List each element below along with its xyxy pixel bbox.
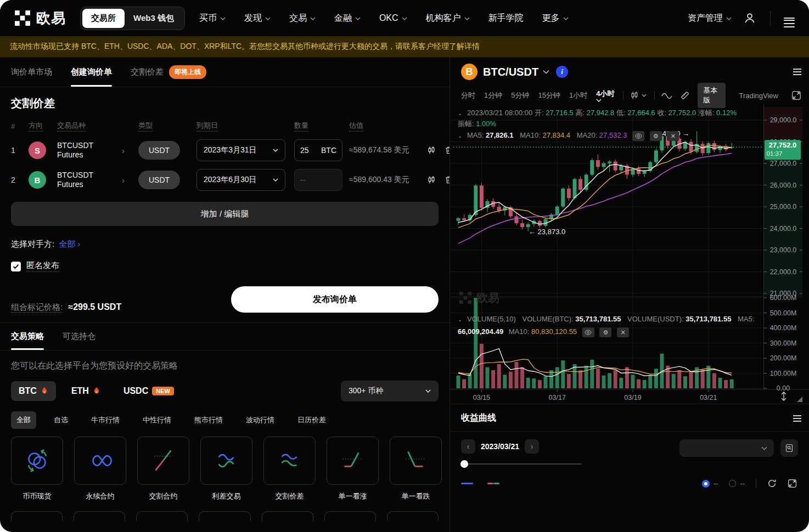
candle-chart-icon[interactable] bbox=[427, 146, 436, 155]
candle-style-icon[interactable] bbox=[630, 91, 647, 100]
line-overlay-icon[interactable] bbox=[661, 92, 672, 99]
column-header-#: # bbox=[11, 122, 15, 131]
view-tab-TradingView[interactable]: TradingView bbox=[733, 89, 784, 103]
strategy-card-单一看涨[interactable]: 单一看涨 bbox=[327, 437, 379, 501]
close-icon[interactable]: ✕ bbox=[617, 327, 629, 337]
candlestick-chart[interactable]: 29,000.028,000.027,000.026,000.025,000.0… bbox=[450, 105, 809, 404]
counterparty-all-link[interactable]: 全部 › bbox=[59, 239, 80, 250]
strategy-card-交割合约[interactable]: 交割合约 bbox=[137, 437, 189, 501]
refresh-icon[interactable] bbox=[767, 479, 777, 488]
strategies-panel: 交易策略可选持仓 您可以在此选择平台为您预设好的交易策略 BTCETHUSDCN… bbox=[0, 322, 450, 521]
publish-rfq-button[interactable]: 发布询价单 bbox=[231, 286, 439, 313]
strategy-card-partial[interactable] bbox=[387, 511, 439, 521]
margin-type-select[interactable]: USDT bbox=[138, 171, 180, 189]
expiry-select[interactable]: 2023年3月31日 bbox=[196, 139, 285, 161]
timeframe-分时[interactable]: 分时 bbox=[461, 90, 475, 100]
quantity-input[interactable]: -- bbox=[294, 169, 342, 191]
strategy-tab-可选持仓[interactable]: 可选持仓 bbox=[63, 323, 95, 350]
gear-icon[interactable]: ⚙ bbox=[599, 327, 611, 337]
filter-全部[interactable]: 全部 bbox=[11, 411, 36, 429]
filter-熊市行情[interactable]: 熊市行情 bbox=[189, 411, 228, 429]
filter-自选[interactable]: 自选 bbox=[48, 411, 74, 429]
filter-牛市行情[interactable]: 牛市行情 bbox=[86, 411, 125, 429]
strategy-card-partial[interactable] bbox=[11, 511, 63, 521]
nav-item-发现[interactable]: 发现 bbox=[244, 13, 271, 24]
coin-count-select[interactable]: 300+ 币种 bbox=[341, 381, 439, 401]
coin-tab-BTC[interactable]: BTC bbox=[11, 381, 56, 401]
add-edit-leg-button[interactable]: 增加 / 编辑腿 bbox=[11, 202, 439, 226]
nav-item-机构客户[interactable]: 机构客户 bbox=[426, 13, 470, 24]
slider-handle[interactable] bbox=[460, 460, 468, 468]
strategy-card-利差交易[interactable]: 利差交易 bbox=[200, 437, 252, 501]
next-date-button[interactable]: › bbox=[525, 439, 539, 454]
chevron-right-icon[interactable]: › bbox=[122, 146, 135, 155]
candle-chart-icon[interactable] bbox=[427, 176, 436, 184]
nav-item-金融[interactable]: 金融 bbox=[334, 13, 361, 24]
filter-中性行情[interactable]: 中性行情 bbox=[137, 411, 177, 429]
timeframe-1小时[interactable]: 1小时 bbox=[569, 90, 587, 100]
coin-tab-USDC[interactable]: USDCNEW bbox=[116, 381, 182, 401]
chevron-down-icon[interactable] bbox=[543, 70, 549, 74]
nav-item-更多[interactable]: 更多 bbox=[542, 13, 569, 24]
expiry-select[interactable]: 2023年6月30日 bbox=[196, 169, 285, 191]
anonymous-checkbox[interactable] bbox=[11, 262, 21, 271]
legend-line-blue bbox=[461, 483, 473, 484]
strategy-card-交割价差[interactable]: 交割价差 bbox=[263, 437, 316, 501]
nav-item-assets[interactable]: 资产管理 bbox=[688, 13, 732, 24]
gear-icon[interactable]: ⚙ bbox=[650, 131, 662, 141]
trash-icon[interactable] bbox=[445, 176, 450, 184]
eye-icon[interactable] bbox=[582, 327, 594, 337]
toggle-交易所[interactable]: 交易所 bbox=[82, 9, 125, 28]
futures-line-icon bbox=[148, 445, 179, 477]
eye-icon[interactable] bbox=[632, 131, 644, 141]
filter-日历价差[interactable]: 日历价差 bbox=[292, 411, 332, 429]
nav-menu: 买币发现交易金融OKC机构客户新手学院更多 bbox=[199, 13, 569, 24]
strategy-card-币币现货[interactable]: 币币现货 bbox=[11, 437, 63, 501]
fullscreen-icon[interactable] bbox=[791, 90, 801, 100]
menu-icon[interactable] bbox=[784, 15, 795, 21]
rfq-tab-交割价差[interactable]: 交割价差即将上线 bbox=[131, 58, 206, 87]
strategy-card-partial[interactable] bbox=[199, 511, 250, 521]
date-slider[interactable] bbox=[461, 460, 582, 468]
nav-item-买币[interactable]: 买币 bbox=[199, 13, 226, 24]
prev-date-button[interactable]: ‹ bbox=[461, 439, 475, 454]
info-icon[interactable]: i bbox=[556, 66, 568, 78]
okx-logo[interactable]: 欧易 bbox=[14, 9, 66, 28]
radio-option-1[interactable]: -- bbox=[702, 479, 718, 488]
chart-menu-icon[interactable] bbox=[793, 67, 801, 77]
svg-text:25,000.0: 25,000.0 bbox=[770, 203, 797, 211]
timeframe-1分钟[interactable]: 1分钟 bbox=[484, 90, 502, 100]
profile-icon[interactable] bbox=[743, 11, 757, 25]
pair-name[interactable]: BTC/USDT bbox=[483, 66, 538, 78]
strategy-card-partial[interactable] bbox=[262, 511, 313, 521]
earnings-select[interactable] bbox=[679, 439, 774, 457]
coin-tab-ETH[interactable]: ETH bbox=[64, 381, 108, 401]
nav-item-新手学院[interactable]: 新手学院 bbox=[488, 13, 524, 24]
quantity-input[interactable]: 25BTC bbox=[294, 139, 342, 161]
strategy-card-partial[interactable] bbox=[136, 511, 188, 521]
strategy-card-partial[interactable] bbox=[324, 511, 376, 521]
strategy-card-单一看跌[interactable]: 单一看跌 bbox=[390, 437, 442, 501]
timeframe-5分钟[interactable]: 5分钟 bbox=[511, 90, 529, 100]
timeframe-15分钟[interactable]: 15分钟 bbox=[538, 90, 560, 100]
earnings-menu-icon[interactable] bbox=[793, 414, 801, 423]
measure-ruler-icon[interactable] bbox=[680, 90, 690, 100]
timeframe-4小时[interactable]: 4小时 bbox=[596, 89, 614, 102]
margin-type-select[interactable]: USDT bbox=[138, 141, 180, 160]
nav-item-交易[interactable]: 交易 bbox=[289, 13, 316, 24]
filter-波动行情[interactable]: 波动行情 bbox=[240, 411, 280, 429]
rfq-tab-询价单市场[interactable]: 询价单市场 bbox=[11, 58, 52, 87]
close-icon[interactable]: ✕ bbox=[667, 131, 679, 141]
strategy-card-partial[interactable] bbox=[74, 511, 125, 521]
nav-item-OKC[interactable]: OKC bbox=[379, 13, 407, 23]
rfq-tab-创建询价单[interactable]: 创建询价单 bbox=[71, 58, 112, 87]
chevron-right-icon[interactable]: › bbox=[122, 176, 135, 185]
strategy-tab-交易策略[interactable]: 交易策略 bbox=[11, 323, 44, 350]
expand-icon[interactable] bbox=[788, 479, 797, 488]
trash-icon[interactable] bbox=[445, 146, 450, 155]
search-document-icon[interactable] bbox=[780, 439, 798, 457]
radio-option-2[interactable]: -- bbox=[729, 479, 745, 488]
toggle-Web3 钱包[interactable]: Web3 钱包 bbox=[125, 9, 183, 28]
strategy-card-永续合约[interactable]: 永续合约 bbox=[74, 437, 126, 501]
strategy-description: 您可以在此选择平台为您预设好的交易策略 bbox=[11, 360, 439, 372]
